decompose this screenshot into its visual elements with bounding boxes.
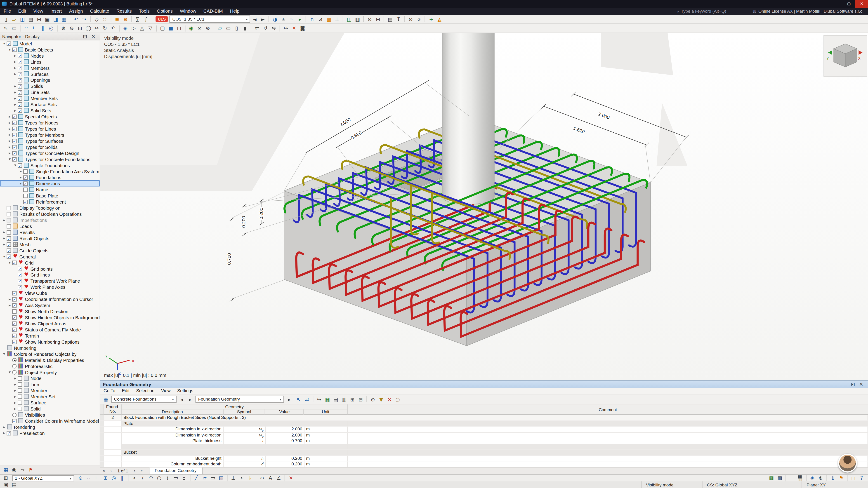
expand-arrow-icon[interactable]: ▸: [13, 66, 18, 70]
tree-item-member-set[interactable]: ▸Member Set: [0, 393, 100, 399]
coordinate-system-icon[interactable]: ◈: [808, 474, 817, 482]
navigator-toggle-icon[interactable]: ◨: [52, 15, 60, 23]
panel-menu-selection[interactable]: Selection: [133, 388, 158, 393]
expand-arrow-icon[interactable]: ▸: [13, 108, 18, 113]
checkbox-checked[interactable]: ✓: [18, 108, 22, 113]
first-page-button[interactable]: «: [100, 467, 107, 474]
checkbox-unchecked[interactable]: [12, 309, 17, 314]
tree-item-single-foundations[interactable]: ▾✓Single Foundations: [0, 162, 100, 168]
view-in-x-icon[interactable]: ▷: [129, 24, 138, 32]
delete-objects-icon[interactable]: ✕: [287, 474, 295, 482]
tree-item-member-sets[interactable]: ▸✓Member Sets: [0, 95, 100, 101]
table-list-icon[interactable]: ▦: [102, 395, 110, 403]
coordinate-system-combo[interactable]: 1 - Global XYZ ▾: [12, 475, 74, 481]
close-table-icon[interactable]: ✕: [857, 381, 865, 388]
checkbox-checked[interactable]: ✓: [18, 66, 22, 70]
edit-mode-icon[interactable]: ◇: [92, 15, 101, 23]
checkbox-checked[interactable]: ✓: [12, 151, 17, 155]
table-section-row[interactable]: Plate: [100, 421, 868, 427]
load-cases-icon[interactable]: ≡: [113, 15, 121, 23]
tree-item-special-objects[interactable]: ▸✓Special Objects: [0, 113, 100, 120]
calculation-settings-icon[interactable]: ∫: [142, 15, 150, 23]
result-table-icon[interactable]: ▥: [353, 15, 362, 23]
tree-item-display-topology-on[interactable]: Display Topology on: [0, 205, 100, 211]
expand-arrow-icon[interactable]: ▸: [7, 297, 12, 301]
expand-arrow-icon[interactable]: ▸: [7, 127, 12, 131]
checkbox-unchecked[interactable]: [6, 224, 11, 228]
radio-unselected[interactable]: [12, 364, 17, 368]
menu-file[interactable]: File: [0, 8, 15, 15]
checkbox-checked[interactable]: ✓: [12, 121, 17, 125]
tree-item-show-hidden-objects-in-background[interactable]: ✓♥Show Hidden Objects in Background: [0, 314, 100, 320]
work-plane-icon[interactable]: ▱: [216, 24, 224, 32]
collapse-arrow-icon[interactable]: ▾: [2, 254, 6, 259]
checkbox-checked[interactable]: ✓: [18, 163, 22, 167]
checkbox-checked[interactable]: ✓: [23, 175, 28, 180]
table-row[interactable]: Bucket heighth0.200m: [100, 456, 868, 462]
guidelines-icon[interactable]: ∥: [39, 24, 47, 32]
polar-snap-icon[interactable]: ◎: [110, 474, 118, 482]
checkbox-checked[interactable]: ✓: [12, 138, 17, 143]
tree-item-basic-objects[interactable]: ▾✓Basic Objects: [0, 46, 100, 53]
text-annotation-icon[interactable]: A: [266, 474, 275, 482]
panel-menu-view[interactable]: View: [158, 388, 174, 393]
float-table-icon[interactable]: ⊡: [848, 381, 857, 388]
tree-item-openings[interactable]: ✓Openings: [0, 77, 100, 83]
tree-item-line[interactable]: ▸Line: [0, 381, 100, 387]
tree-item-lines[interactable]: ▸✓Lines: [0, 59, 100, 65]
tree-item-solid[interactable]: ▸Solid: [0, 405, 100, 412]
expand-arrow-icon[interactable]: ▸: [13, 59, 18, 64]
expand-rows-icon[interactable]: ⊞: [348, 395, 356, 403]
tree-item-dimensions[interactable]: ▸✓Dimensions: [0, 180, 100, 186]
collapse-rows-icon[interactable]: ⊟: [356, 395, 365, 403]
tree-item-visibilities[interactable]: Visibilities: [0, 412, 100, 418]
tree-item-object-property[interactable]: ▾Object Property: [0, 369, 100, 375]
new-model-icon[interactable]: ▯: [2, 15, 10, 23]
messages-icon[interactable]: ⚑: [837, 474, 845, 482]
search-table-icon[interactable]: ◌: [394, 395, 402, 403]
screenshot-icon[interactable]: ▣: [43, 15, 52, 23]
checkbox-unchecked[interactable]: [23, 169, 28, 173]
arc-tool-icon[interactable]: ◠: [147, 474, 155, 482]
tree-item-types-for-lines[interactable]: ▸✓Types for Lines: [0, 126, 100, 132]
expand-arrow-icon[interactable]: ▸: [2, 431, 6, 435]
tree-item-show-clipped-areas[interactable]: ✓♥Show Clipped Areas: [0, 320, 100, 326]
checkbox-checked[interactable]: ✓: [6, 41, 11, 46]
results-navigator-icon[interactable]: ▱: [18, 466, 27, 474]
close-panel-icon[interactable]: ✕: [89, 33, 97, 40]
origin-snap-icon[interactable]: ⊚: [816, 474, 825, 482]
checkbox-checked[interactable]: ✓: [6, 431, 11, 435]
expand-arrow-icon[interactable]: ▸: [13, 90, 18, 94]
radio-unselected[interactable]: [12, 370, 17, 375]
object-info-icon[interactable]: ℹ: [829, 474, 837, 482]
tree-item-solids[interactable]: ▸✓Solids: [0, 83, 100, 89]
menu-assign[interactable]: Assign: [66, 8, 87, 15]
float-panel-icon[interactable]: ⊡: [81, 33, 89, 40]
tree-item-colors-of-rendered-objects-by[interactable]: ▾Colors of Rendered Objects by: [0, 351, 100, 357]
last-page-button[interactable]: »: [138, 467, 145, 474]
select-in-graphic-icon[interactable]: ↖: [294, 395, 303, 403]
tree-item-nodes[interactable]: ▸✓Nodes: [0, 53, 100, 59]
dimension-tool-icon[interactable]: ↦: [282, 24, 290, 32]
lock-view-icon[interactable]: ◙: [298, 24, 307, 32]
tree-item-axis-system[interactable]: ▸✓♥Axis System: [0, 302, 100, 308]
checkbox-checked[interactable]: ✓: [12, 303, 17, 307]
previous-table-icon[interactable]: ◂: [178, 395, 186, 403]
select-pointer-icon[interactable]: ↖: [2, 24, 10, 32]
expand-arrow-icon[interactable]: ▸: [7, 114, 12, 119]
plane-xz-icon[interactable]: ▯: [232, 24, 241, 32]
checkbox-unchecked[interactable]: [18, 406, 22, 411]
panel-menu-settings[interactable]: Settings: [174, 388, 196, 393]
tree-item-results[interactable]: ▸Results: [0, 229, 100, 235]
expand-arrow-icon[interactable]: ▸: [13, 406, 18, 411]
expand-arrow-icon[interactable]: ▸: [2, 242, 6, 247]
optimization-icon[interactable]: ◭: [435, 15, 444, 23]
expand-arrow-icon[interactable]: ▸: [13, 72, 18, 76]
tree-item-base-plate[interactable]: Base Plate: [0, 193, 100, 199]
checkbox-checked[interactable]: ✓: [18, 53, 22, 58]
tree-item-general[interactable]: ▾✓♥General: [0, 254, 100, 260]
checkbox-checked[interactable]: ✓: [12, 133, 17, 137]
tree-item-model[interactable]: ▾✓Model: [0, 40, 100, 46]
menu-help[interactable]: Help: [226, 8, 243, 15]
tree-item-line-sets[interactable]: ▸✓Line Sets: [0, 89, 100, 95]
